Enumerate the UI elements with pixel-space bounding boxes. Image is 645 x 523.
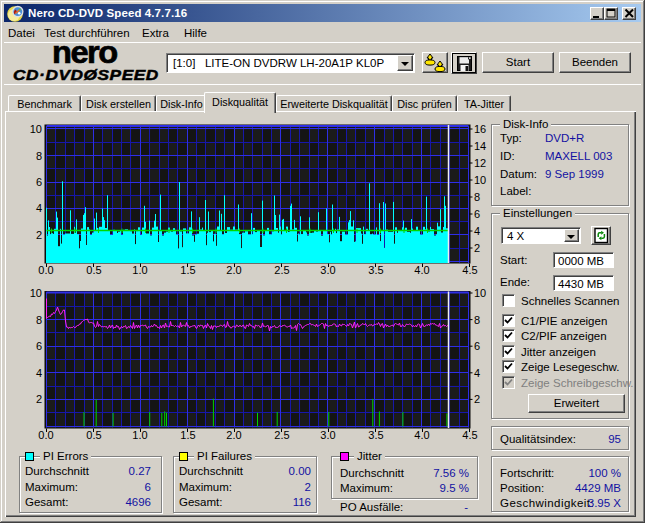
svg-text:4.0: 4.0 bbox=[414, 264, 429, 276]
svg-text:8: 8 bbox=[474, 314, 480, 326]
svg-text:4: 4 bbox=[474, 367, 480, 379]
svg-text:2.0: 2.0 bbox=[226, 429, 241, 441]
svg-text:2.0: 2.0 bbox=[226, 264, 241, 276]
svg-text:8: 8 bbox=[36, 150, 42, 162]
svg-text:6: 6 bbox=[474, 208, 480, 220]
svg-text:3.0: 3.0 bbox=[320, 264, 335, 276]
svg-text:1.5: 1.5 bbox=[180, 429, 195, 441]
svg-text:1.5: 1.5 bbox=[180, 264, 195, 276]
svg-text:2.5: 2.5 bbox=[274, 429, 289, 441]
svg-text:10: 10 bbox=[474, 287, 486, 299]
svg-text:4: 4 bbox=[36, 202, 42, 214]
svg-text:14: 14 bbox=[474, 140, 486, 152]
svg-text:2.5: 2.5 bbox=[274, 264, 289, 276]
svg-text:16: 16 bbox=[474, 123, 486, 135]
svg-text:10: 10 bbox=[474, 174, 486, 186]
svg-text:6: 6 bbox=[36, 176, 42, 188]
svg-text:3.5: 3.5 bbox=[368, 429, 383, 441]
svg-text:4: 4 bbox=[474, 225, 480, 237]
svg-text:8: 8 bbox=[36, 314, 42, 326]
svg-text:3.5: 3.5 bbox=[368, 264, 383, 276]
svg-text:2: 2 bbox=[474, 393, 480, 405]
svg-text:2: 2 bbox=[36, 229, 42, 241]
svg-text:4.5: 4.5 bbox=[462, 429, 477, 441]
svg-text:4: 4 bbox=[36, 367, 42, 379]
svg-text:1.0: 1.0 bbox=[132, 429, 147, 441]
svg-text:2: 2 bbox=[36, 393, 42, 405]
svg-text:0.0: 0.0 bbox=[38, 264, 53, 276]
svg-text:4.5: 4.5 bbox=[462, 264, 477, 276]
svg-text:6: 6 bbox=[36, 340, 42, 352]
svg-text:12: 12 bbox=[474, 157, 486, 169]
svg-text:1.0: 1.0 bbox=[132, 264, 147, 276]
svg-text:2: 2 bbox=[474, 242, 480, 254]
svg-text:0.5: 0.5 bbox=[86, 264, 101, 276]
svg-text:8: 8 bbox=[474, 191, 480, 203]
svg-text:3.0: 3.0 bbox=[320, 429, 335, 441]
svg-text:10: 10 bbox=[30, 123, 42, 135]
svg-text:6: 6 bbox=[474, 340, 480, 352]
svg-text:10: 10 bbox=[30, 287, 42, 299]
svg-text:0.0: 0.0 bbox=[38, 429, 53, 441]
svg-text:0.5: 0.5 bbox=[86, 429, 101, 441]
svg-text:4.0: 4.0 bbox=[414, 429, 429, 441]
